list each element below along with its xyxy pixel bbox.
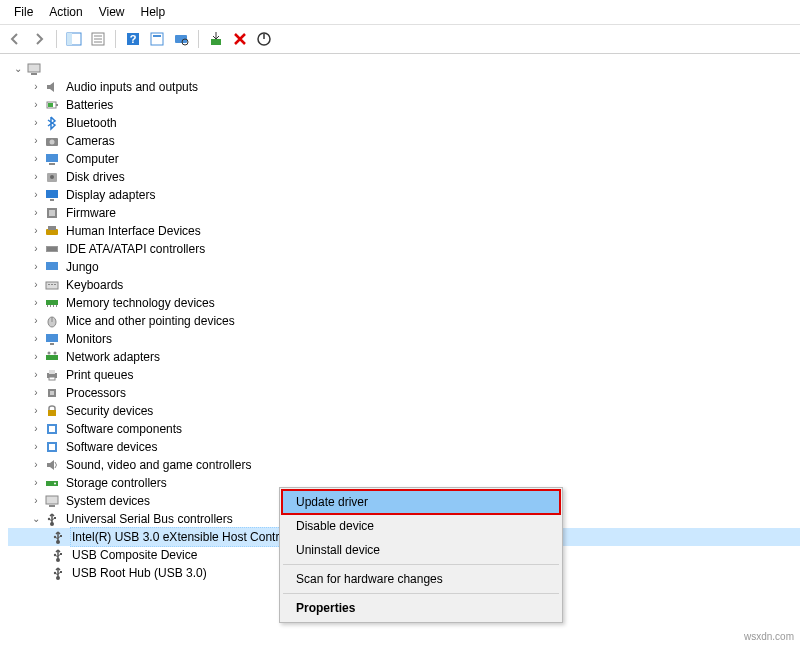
- context-uninstall-device[interactable]: Uninstall device: [282, 538, 560, 562]
- tree-category[interactable]: ›Cameras: [8, 132, 800, 150]
- svg-point-49: [48, 352, 51, 355]
- tree-category[interactable]: ›Bluetooth: [8, 114, 800, 132]
- collapse-icon[interactable]: ›: [30, 225, 42, 237]
- collapse-icon[interactable]: ›: [30, 477, 42, 489]
- expand-icon[interactable]: ⌄: [30, 513, 42, 525]
- tree-root[interactable]: ⌄: [8, 60, 800, 78]
- svg-rect-52: [49, 370, 55, 374]
- collapse-icon[interactable]: ›: [30, 243, 42, 255]
- scan-hardware-button[interactable]: [170, 28, 192, 50]
- collapse-icon[interactable]: ›: [30, 81, 42, 93]
- tree-category[interactable]: ›Processors: [8, 384, 800, 402]
- collapse-icon[interactable]: ›: [30, 459, 42, 471]
- collapse-icon[interactable]: ›: [30, 297, 42, 309]
- tree-category[interactable]: ›Monitors: [8, 330, 800, 348]
- computer-icon: [26, 61, 42, 77]
- collapse-icon[interactable]: ›: [30, 117, 42, 129]
- tree-category[interactable]: ›Security devices: [8, 402, 800, 420]
- collapse-icon[interactable]: ›: [30, 405, 42, 417]
- svg-rect-63: [46, 496, 58, 504]
- tree-category[interactable]: ›IDE ATA/ATAPI controllers: [8, 240, 800, 258]
- svg-rect-64: [49, 505, 55, 507]
- tree-category[interactable]: ›Sound, video and game controllers: [8, 456, 800, 474]
- uninstall-button[interactable]: [229, 28, 251, 50]
- svg-rect-9: [153, 35, 161, 37]
- svg-rect-30: [48, 226, 56, 230]
- menu-action[interactable]: Action: [41, 3, 90, 21]
- tree-category[interactable]: ›Disk drives: [8, 168, 800, 186]
- svg-rect-26: [50, 199, 54, 201]
- back-button[interactable]: [4, 28, 26, 50]
- tree-category[interactable]: ›Software components: [8, 420, 800, 438]
- show-hide-tree-button[interactable]: [63, 28, 85, 50]
- audio-icon: [44, 79, 60, 95]
- disk-icon: [44, 169, 60, 185]
- category-label: Memory technology devices: [64, 294, 217, 312]
- tree-category[interactable]: ›Print queues: [8, 366, 800, 384]
- menubar: File Action View Help: [0, 0, 800, 25]
- svg-rect-36: [48, 284, 50, 285]
- collapse-icon[interactable]: ›: [30, 279, 42, 291]
- forward-button[interactable]: [28, 28, 50, 50]
- usb-icon: [50, 565, 66, 581]
- help-button[interactable]: ?: [122, 28, 144, 50]
- collapse-icon[interactable]: ›: [30, 495, 42, 507]
- category-label: Software components: [64, 420, 184, 438]
- collapse-icon[interactable]: ›: [30, 441, 42, 453]
- collapse-icon[interactable]: ›: [30, 207, 42, 219]
- svg-rect-58: [49, 426, 55, 432]
- collapse-icon[interactable]: ›: [30, 99, 42, 111]
- context-properties[interactable]: Properties: [282, 596, 560, 620]
- expand-icon[interactable]: ⌄: [12, 63, 24, 75]
- collapse-icon[interactable]: ›: [30, 351, 42, 363]
- tree-category[interactable]: ›Keyboards: [8, 276, 800, 294]
- collapse-icon[interactable]: ›: [30, 135, 42, 147]
- context-disable-device[interactable]: Disable device: [282, 514, 560, 538]
- tree-category[interactable]: ›Network adapters: [8, 348, 800, 366]
- memory-icon: [44, 295, 60, 311]
- tree-category[interactable]: ›Mice and other pointing devices: [8, 312, 800, 330]
- collapse-icon[interactable]: ›: [30, 315, 42, 327]
- svg-point-24: [50, 175, 54, 179]
- ide-icon: [44, 241, 60, 257]
- collapse-icon[interactable]: ›: [30, 171, 42, 183]
- context-update-driver[interactable]: Update driver: [282, 490, 560, 514]
- tree-category[interactable]: ›Memory technology devices: [8, 294, 800, 312]
- svg-rect-46: [46, 334, 58, 342]
- tree-category[interactable]: ›Firmware: [8, 204, 800, 222]
- tree-category[interactable]: ›Software devices: [8, 438, 800, 456]
- properties-button[interactable]: [87, 28, 109, 50]
- context-divider: [283, 593, 559, 594]
- tree-category[interactable]: ›Display adapters: [8, 186, 800, 204]
- svg-rect-43: [56, 305, 57, 307]
- category-label: Security devices: [64, 402, 155, 420]
- svg-text:?: ?: [130, 33, 137, 45]
- device-label: USB Root Hub (USB 3.0): [70, 564, 209, 582]
- collapse-icon[interactable]: ›: [30, 387, 42, 399]
- menu-file[interactable]: File: [6, 3, 41, 21]
- svg-rect-28: [49, 210, 55, 216]
- tree-category[interactable]: ›Human Interface Devices: [8, 222, 800, 240]
- tree-category[interactable]: ›Audio inputs and outputs: [8, 78, 800, 96]
- battery-icon: [44, 97, 60, 113]
- collapse-icon[interactable]: ›: [30, 369, 42, 381]
- svg-rect-8: [151, 33, 163, 45]
- collapse-icon[interactable]: ›: [30, 189, 42, 201]
- update-driver-button[interactable]: [205, 28, 227, 50]
- mouse-icon: [44, 313, 60, 329]
- tree-category[interactable]: ›Batteries: [8, 96, 800, 114]
- collapse-icon[interactable]: ›: [30, 333, 42, 345]
- view-button[interactable]: [146, 28, 168, 50]
- disable-button[interactable]: [253, 28, 275, 50]
- svg-rect-1: [67, 33, 72, 45]
- context-scan-hardware[interactable]: Scan for hardware changes: [282, 567, 560, 591]
- collapse-icon[interactable]: ›: [30, 261, 42, 273]
- context-menu: Update driver Disable device Uninstall d…: [279, 487, 563, 623]
- tree-category[interactable]: ›Computer: [8, 150, 800, 168]
- collapse-icon[interactable]: ›: [30, 423, 42, 435]
- tree-category[interactable]: ›Jungo: [8, 258, 800, 276]
- menu-view[interactable]: View: [91, 3, 133, 21]
- collapse-icon[interactable]: ›: [30, 153, 42, 165]
- svg-rect-38: [54, 284, 56, 285]
- menu-help[interactable]: Help: [133, 3, 174, 21]
